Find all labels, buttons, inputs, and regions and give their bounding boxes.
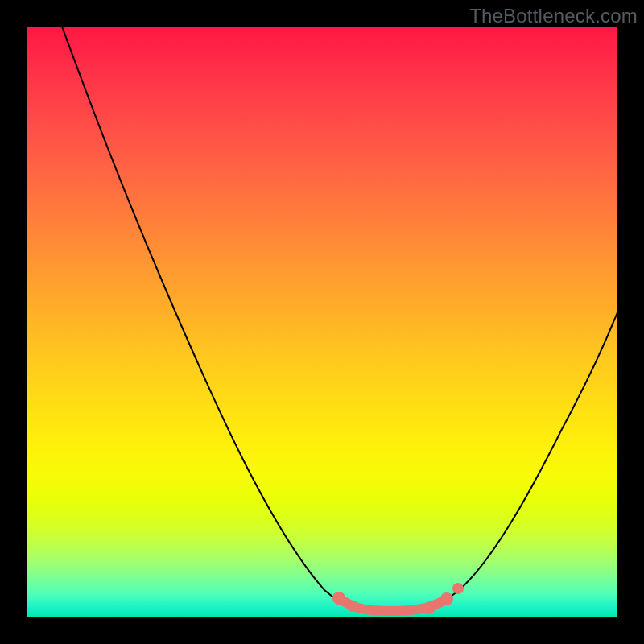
optimal-start-dot [332,592,345,605]
optimal-dot [347,601,358,612]
optimal-end-dot [440,592,453,605]
optimal-dot [423,603,435,614]
bottleneck-curve [62,27,617,611]
optimal-edge-dot [452,583,464,594]
chart-frame: TheBottleneck.com [0,0,644,644]
watermark-text: TheBottleneck.com [469,5,638,27]
curve-layer [27,27,617,617]
